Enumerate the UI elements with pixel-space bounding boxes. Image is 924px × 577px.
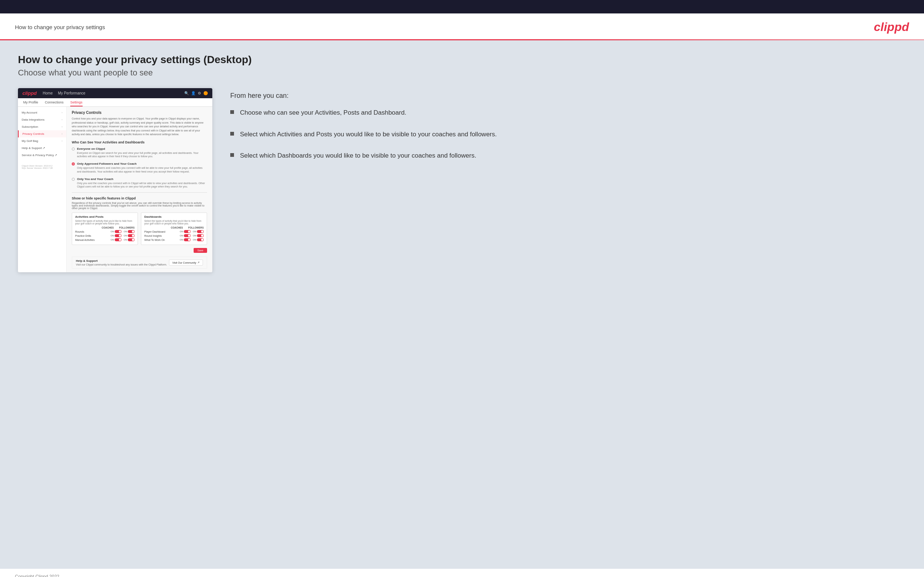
sc-toggle-drills-coaches[interactable]: ON (111, 234, 121, 237)
sc-activities-box: Activities and Posts Select the types of… (72, 213, 138, 245)
sc-help-title: Help & Support (76, 259, 167, 263)
sc-dashboards-box: Dashboards Select the types of activity … (141, 213, 207, 245)
content-row: clippd Home My Performance 🔍 👤 ⚙ 🟠 My Pr… (18, 88, 906, 272)
sc-nav-performance: My Performance (58, 91, 85, 95)
bullets-intro: From here you can: (230, 92, 906, 100)
sc-toggle-manual-followers[interactable]: ON (124, 238, 134, 241)
sc-option-followers-coach[interactable]: Only Approved Followers and Your Coach O… (72, 162, 207, 174)
sc-tab-settings[interactable]: Settings (70, 100, 82, 106)
sc-help-button[interactable]: Visit Our Community ↗ (169, 259, 203, 266)
sc-option-everyone-title: Everyone on Clippd (77, 147, 207, 150)
sc-toggle-player-dash-coaches[interactable]: ON (180, 230, 191, 233)
sc-option-only-you-coach-desc: Only you and the coaches you connect wit… (77, 182, 207, 189)
header: How to change your privacy settings clip… (0, 13, 924, 39)
sc-tab-myprofile[interactable]: My Profile (23, 100, 38, 106)
bullet-item-1: Choose who can see your Activities, Post… (230, 108, 906, 118)
top-bar (0, 0, 924, 13)
sc-activities-title: Activities and Posts (75, 215, 134, 219)
sc-dashboards-title: Dashboards (144, 215, 204, 219)
sc-activities-desc: Select the types of activity that you'd … (75, 219, 134, 225)
sc-nav-icons: 🔍 👤 ⚙ 🟠 (184, 91, 208, 95)
sc-toggle-insights-followers[interactable]: ON (193, 234, 204, 237)
page-subheading: Choose what you want people to see (18, 68, 906, 78)
sc-toggle-player-dash-followers[interactable]: ON (193, 230, 204, 233)
sc-divider (72, 192, 207, 193)
avatar-icon: 🟠 (204, 91, 208, 95)
sc-tab-connections[interactable]: Connections (45, 100, 63, 106)
sc-sidebar-privacy-controls[interactable]: Privacy Controls› (18, 131, 66, 137)
sc-sidebar: My Account› Data Integrations› Subscript… (18, 107, 66, 272)
sc-option-everyone-desc: Everyone on Clippd can search for you an… (77, 151, 207, 159)
sc-features-desc: Regardless of the privacy controls that … (72, 201, 207, 210)
sc-option-followers-coach-title: Only Approved Followers and Your Coach (77, 162, 207, 166)
bullet-marker-3 (230, 153, 234, 157)
bullet-item-2: Select which Activities and Posts you wo… (230, 130, 906, 139)
sc-toggle-round-insights: Round Insights ON ON (144, 234, 204, 237)
sc-radio-everyone[interactable] (72, 148, 75, 150)
sc-option-followers-coach-desc: Only approved followers and coaches you … (77, 166, 207, 174)
sc-toggle-player-dashboard: Player Dashboard ON ON (144, 230, 204, 233)
sc-toggle-manual-activities: Manual Activities ON ON (75, 238, 134, 241)
search-icon: 🔍 (184, 91, 189, 95)
sc-option-only-you-coach[interactable]: Only You and Your Coach Only you and the… (72, 177, 207, 189)
header-title: How to change your privacy settings (15, 24, 105, 30)
sc-nav-home: Home (43, 91, 53, 95)
sc-help-desc: Visit our Clippd community to troublesho… (76, 263, 167, 266)
sc-sidebar-subscription[interactable]: Subscription› (18, 123, 66, 131)
logo: clippd (874, 20, 909, 34)
sc-tabs: My Profile Connections Settings (18, 98, 212, 107)
footer: Copyright Clippd 2022 (0, 569, 924, 577)
sc-toggle-manual-coaches[interactable]: ON (111, 238, 121, 241)
sc-navbar: clippd Home My Performance 🔍 👤 ⚙ 🟠 (18, 88, 212, 98)
sc-dashboards-desc: Select the types of activity that you'd … (144, 219, 204, 225)
sc-toggle-drills-followers[interactable]: ON (124, 234, 134, 237)
main-content: How to change your privacy settings (Des… (0, 40, 924, 569)
sc-nav-links: Home My Performance (43, 91, 85, 95)
sc-option-everyone[interactable]: Everyone on Clippd Everyone on Clippd ca… (72, 147, 207, 159)
sc-features-title: Show or hide specific features in Clippd (72, 197, 207, 200)
bullets-section: From here you can: Choose who can see yo… (230, 88, 906, 172)
sc-radio-followers-coach[interactable] (72, 163, 75, 166)
sc-section-title: Privacy Controls (72, 111, 207, 114)
external-link-icon: ↗ (197, 261, 200, 264)
sc-toggle-wtwon-followers[interactable]: ON (193, 238, 204, 241)
sc-toggle-what-to-work-on: What To Work On ON ON (144, 238, 204, 241)
sc-sidebar-help-support[interactable]: Help & Support ↗ (18, 145, 66, 152)
sc-logo: clippd (23, 90, 37, 96)
sc-who-title: Who Can See Your Activities and Dashboar… (72, 140, 207, 144)
settings-icon: ⚙ (198, 91, 201, 95)
sc-save-row: Save (72, 248, 207, 253)
sc-body: My Account› Data Integrations› Subscript… (18, 107, 212, 272)
sc-option-only-you-coach-title: Only You and Your Coach (77, 177, 207, 181)
sc-main-panel: Privacy Controls Control how you and you… (66, 107, 212, 272)
bullet-marker-1 (230, 110, 234, 114)
sc-two-col: Activities and Posts Select the types of… (72, 213, 207, 245)
copyright-text: Copyright Clippd 2022 (15, 574, 60, 577)
sc-toggle-insights-coaches[interactable]: ON (180, 234, 191, 237)
sc-sidebar-data-integrations[interactable]: Data Integrations› (18, 116, 66, 123)
sc-sidebar-my-golf-bag[interactable]: My Golf Bag› (18, 137, 66, 145)
sc-activities-toggle-header: COACHESFOLLOWERS (75, 226, 134, 229)
sc-sidebar-version: Clippd Client Version: 2022.8.2SQL Serve… (18, 163, 66, 171)
sc-save-button[interactable]: Save (194, 248, 207, 253)
bullet-text-1: Choose who can see your Activities, Post… (240, 108, 406, 118)
sc-toggle-rounds: Rounds ON ON (75, 230, 134, 233)
page-heading: How to change your privacy settings (Des… (18, 54, 906, 66)
bullet-item-3: Select which Dashboards you would like t… (230, 151, 906, 161)
sc-toggle-rounds-coaches[interactable]: ON (111, 230, 121, 233)
person-icon: 👤 (191, 91, 195, 95)
sc-description: Control how you and your data appears to… (72, 117, 207, 137)
sc-toggle-wtwon-coaches[interactable]: ON (180, 238, 191, 241)
sc-toggle-rounds-followers[interactable]: ON (124, 230, 134, 233)
screenshot: clippd Home My Performance 🔍 👤 ⚙ 🟠 My Pr… (18, 88, 212, 272)
sc-sidebar-my-account[interactable]: My Account› (18, 109, 66, 116)
bullet-text-3: Select which Dashboards you would like t… (240, 151, 476, 161)
bullet-marker-2 (230, 132, 234, 135)
sc-dashboards-toggle-header: COACHESFOLLOWERS (144, 226, 204, 229)
sc-sidebar-service-privacy[interactable]: Service & Privacy Policy ↗ (18, 152, 66, 159)
sc-help-section: Help & Support Visit our Clippd communit… (72, 256, 207, 269)
bullet-text-2: Select which Activities and Posts you wo… (240, 130, 497, 139)
sc-radio-only-you-coach[interactable] (72, 178, 75, 181)
sc-toggle-practice-drills: Practice Drills ON ON (75, 234, 134, 237)
